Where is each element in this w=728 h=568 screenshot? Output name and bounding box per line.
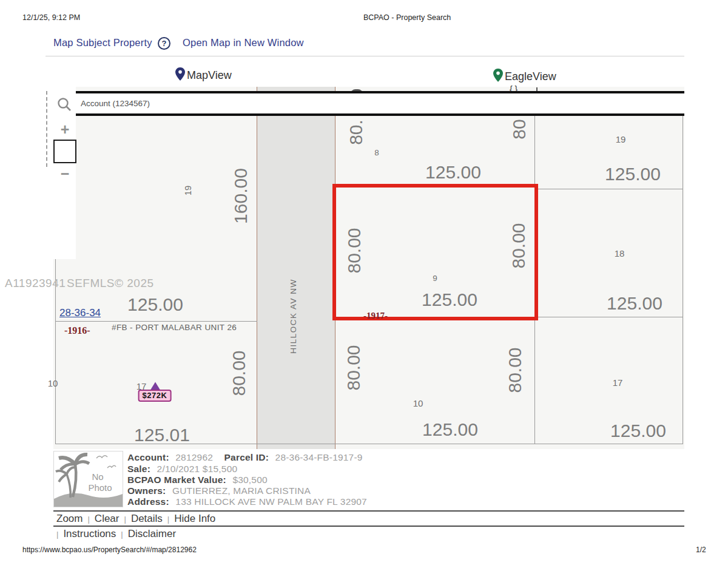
details-link[interactable]: Details <box>131 513 163 524</box>
plat-page-1917: -1917- <box>363 311 388 321</box>
disclaimer-link[interactable]: Disclaimer <box>128 528 176 539</box>
link-separator: | <box>116 530 127 539</box>
mapview-toggle[interactable]: MapView <box>187 69 232 82</box>
lot-number-8: 8 <box>374 148 379 157</box>
lot-number-east-17: 17 <box>613 377 623 388</box>
clear-link[interactable]: Clear <box>95 513 120 524</box>
dim-80-lot9-right: 80.00 <box>508 223 529 268</box>
dim-125-lot9: 125.00 <box>422 289 477 310</box>
link-separator: | <box>119 515 130 524</box>
map-subject-property-link[interactable]: Map Subject Property <box>53 37 152 49</box>
eagleview-pin-icon <box>493 69 503 84</box>
eagleview-toggle[interactable]: EagleView <box>505 70 556 83</box>
lot-number-west-19: 19 <box>183 186 193 196</box>
account-value: 2812962 <box>175 452 213 462</box>
info-row-address: Address: 133 HILLOCK AVE NW PALM BAY FL … <box>127 496 367 507</box>
zoom-in-button[interactable]: + <box>54 121 76 138</box>
no-photo-text-2: Photo <box>88 482 112 493</box>
zoom-link[interactable]: Zoom <box>56 513 83 524</box>
account-label: Account: <box>127 452 169 462</box>
mapview-pin-icon <box>175 67 185 83</box>
price-marker-triangle-icon <box>150 382 160 390</box>
street-label-hillock: HILLOCK AV NW <box>289 279 298 354</box>
dim-80-lot8-left: 80. <box>346 120 366 145</box>
bcpao-property-search-page: { "header": { "datetime": "12/1/25, 9:12… <box>0 0 728 568</box>
parcel-line-east-h1 <box>534 189 683 189</box>
dim-160-west: 160.00 <box>231 168 251 224</box>
help-icon[interactable]: ? <box>158 37 170 50</box>
link-separator: | <box>56 530 63 539</box>
print-datetime: 12/1/25, 9:12 PM <box>22 13 80 22</box>
dim-125-lot10: 125.00 <box>422 419 478 440</box>
info-row-account: Account: 2812962 Parcel ID: 28-36-34-FB-… <box>127 452 363 463</box>
info-row-owners: Owners: GUTIERREZ, MARIA CRISTINA <box>127 485 311 496</box>
market-value-value: $30,500 <box>232 475 267 485</box>
dim-80-lot10-right: 80.00 <box>505 347 525 393</box>
owners-value: GUTIERREZ, MARIA CRISTINA <box>172 485 311 496</box>
dim-125-east17: 125.00 <box>610 421 666 441</box>
lot-number-10: 10 <box>413 398 423 408</box>
dim-80-west17: 80.00 <box>229 350 249 396</box>
dim-125-east19: 125.00 <box>605 164 661 184</box>
dim-125-01-west: 125.01 <box>134 425 190 445</box>
no-photo-text-1: No <box>92 472 103 482</box>
link-separator: | <box>83 515 94 524</box>
parcel-id-value: 28-36-34-FB-1917-9 <box>275 452 363 462</box>
map-canvas[interactable]: 19 160.00 125.00 80. 8 125.00 80 19 125.… <box>53 87 684 449</box>
account-search-input[interactable] <box>76 93 665 113</box>
search-bar <box>76 91 684 116</box>
dim-125-east18: 125.00 <box>607 293 662 314</box>
footer-rule-bottom <box>53 526 684 527</box>
lot-number-west-10: 10 <box>48 378 58 388</box>
parcel-line-east-edge <box>682 114 683 444</box>
road-hillock-av <box>257 87 335 449</box>
watermark-mls: SEFMLS© 2025 <box>67 277 154 290</box>
print-page-number: 1/2 <box>696 546 706 554</box>
watermark-listing-id: A11923941 <box>5 277 66 290</box>
parcel-line-east-h2 <box>534 317 683 317</box>
price-marker-badge[interactable]: $272K <box>138 390 172 402</box>
hide-info-link[interactable]: Hide Info <box>174 513 215 524</box>
subdivision-label: #FB - PORT MALABAR UNIT 26 <box>112 323 237 332</box>
owners-label: Owners: <box>127 485 166 496</box>
info-row-market-value: BCPAO Market Value: $30,500 <box>127 475 268 485</box>
section-township-range-link[interactable]: 28-36-34 <box>59 307 101 319</box>
link-separator: | <box>163 515 174 524</box>
dim-80-lot10-left: 80.00 <box>343 345 364 390</box>
search-icon[interactable] <box>56 96 72 115</box>
map-action-links: Zoom|Clear|Details|Hide Info <box>56 513 215 525</box>
lot-number-9: 9 <box>433 274 437 283</box>
address-value: 133 HILLOCK AVE NW PALM BAY FL 32907 <box>175 496 367 507</box>
extent-box-button[interactable] <box>53 140 76 163</box>
footer-rule-top <box>53 510 684 512</box>
header-divider <box>46 56 684 56</box>
dim-80-lot8-right: 80 <box>509 119 530 139</box>
info-row-sale: Sale: 2/10/2021 $15,500 <box>127 464 237 475</box>
lot-number-east-19: 19 <box>616 134 626 144</box>
parcel-id-label: Parcel ID: <box>224 452 269 462</box>
print-doc-title: BCPAO - Property Search <box>363 13 451 22</box>
address-label: Address: <box>127 496 169 507</box>
market-value-label: BCPAO Market Value: <box>127 475 226 485</box>
dim-125-west19: 125.00 <box>127 294 183 315</box>
sale-value: 2/10/2021 $15,500 <box>157 464 238 474</box>
dim-80-lot9-left: 80.00 <box>344 228 365 273</box>
print-url: https://www.bcpao.us/PropertySearch/#/ma… <box>22 546 197 554</box>
plat-page-1916: -1916- <box>64 325 90 336</box>
instructions-link[interactable]: Instructions <box>63 528 116 539</box>
parcel-line-west-h <box>55 321 257 322</box>
zoom-out-button[interactable]: − <box>54 165 76 183</box>
dim-125-lot8: 125.00 <box>425 162 481 183</box>
no-photo-placeholder: No Photo <box>53 451 123 507</box>
lot-number-east-18: 18 <box>615 248 625 259</box>
help-links: |Instructions|Disclaimer <box>56 528 176 540</box>
open-map-new-window-link[interactable]: Open Map in New Window <box>183 37 304 49</box>
sale-label: Sale: <box>127 464 150 474</box>
